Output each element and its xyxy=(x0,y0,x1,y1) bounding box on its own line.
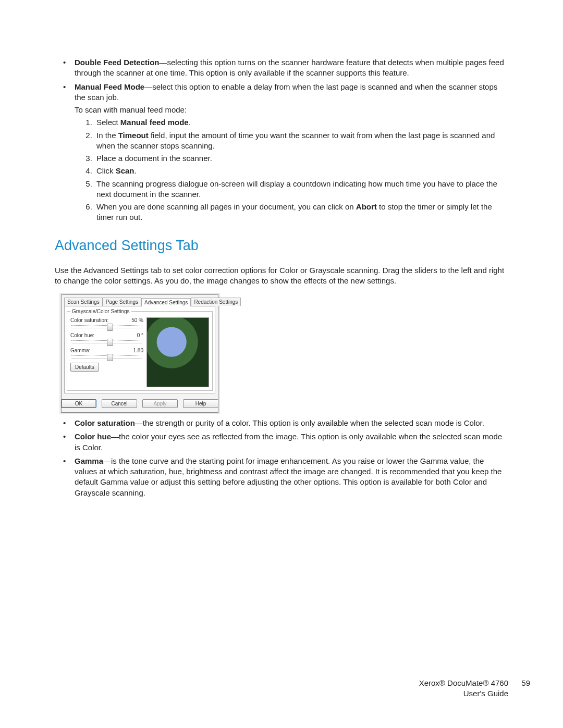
ok-button[interactable]: OK xyxy=(61,399,96,408)
tab-page-settings[interactable]: Page Settings xyxy=(103,298,141,306)
tab-redaction-settings[interactable]: Redaction Settings xyxy=(191,298,241,306)
bullet-hue: Color hue—the color your eyes see as ref… xyxy=(55,431,508,453)
gamma-slider[interactable] xyxy=(71,355,142,359)
saturation-slider[interactable] xyxy=(71,325,142,328)
page-number: 59 xyxy=(521,678,530,688)
label: Color saturation: xyxy=(70,317,108,323)
hue-slider[interactable] xyxy=(71,340,142,343)
tab-strip: Scan Settings Page Settings Advanced Set… xyxy=(62,295,218,306)
footer-line1: Xerox® DocuMate® 4760 xyxy=(419,678,508,688)
term: Double Feed Detection xyxy=(75,58,160,67)
tab-scan-settings[interactable]: Scan Settings xyxy=(64,298,103,306)
cancel-button[interactable]: Cancel xyxy=(102,399,137,408)
bullet-gamma: Gamma—is the tone curve and the starting… xyxy=(55,456,508,498)
term: Manual Feed Mode xyxy=(75,82,144,91)
step-1: Select Manual feed mode. xyxy=(94,117,508,128)
label: Color hue: xyxy=(70,332,94,338)
bullet-list-bottom: Color saturation—the strength or purity … xyxy=(55,418,508,498)
bullet-saturation: Color saturation—the strength or purity … xyxy=(55,418,508,428)
step-6: When you are done scanning all pages in … xyxy=(94,202,508,223)
bullet-list-top: Double Feed Detection—selecting this opt… xyxy=(55,57,508,223)
value: 0 ° xyxy=(137,332,143,338)
slider-saturation: Color saturation:50 % xyxy=(70,317,143,328)
bullet-mfm: Manual Feed Mode—select this option to e… xyxy=(55,82,508,223)
section-heading: Advanced Settings Tab xyxy=(55,238,508,254)
footer-line2: User's Guide xyxy=(419,688,508,699)
lead-paragraph: Use the Advanced Settings tab to set col… xyxy=(55,265,508,287)
group-legend: Grayscale/Color Settings xyxy=(70,309,131,314)
bullet-dfd: Double Feed Detection—selecting this opt… xyxy=(55,57,508,79)
slider-hue: Color hue:0 ° xyxy=(70,332,143,343)
step-5: The scanning progress dialogue on-screen… xyxy=(94,179,508,200)
value: 1.80 xyxy=(133,348,143,353)
grayscale-color-group: Grayscale/Color Settings Color saturatio… xyxy=(67,309,213,391)
apply-button[interactable]: Apply xyxy=(142,399,178,408)
slider-gamma: Gamma:1.80 xyxy=(70,348,143,359)
settings-dialog: Scan Settings Page Settings Advanced Set… xyxy=(61,294,218,413)
label: Gamma: xyxy=(70,348,90,353)
value: 50 % xyxy=(131,317,143,323)
step-3: Place a document in the scanner. xyxy=(94,153,508,164)
document-page: Double Feed Detection—selecting this opt… xyxy=(0,0,563,728)
step-2: In the Timeout field, input the amount o… xyxy=(94,130,508,152)
dialog-buttons: OK Cancel Apply Help xyxy=(62,396,218,412)
tab-advanced-settings[interactable]: Advanced Settings xyxy=(141,298,191,306)
page-footer: Xerox® DocuMate® 4760 User's Guide 59 xyxy=(419,678,508,699)
help-button[interactable]: Help xyxy=(183,399,218,408)
mfm-sub: To scan with manual feed mode: xyxy=(75,105,508,115)
sliders-col: Color saturation:50 % Color hue:0 ° Gamm… xyxy=(70,317,143,387)
tab-body: Grayscale/Color Settings Color saturatio… xyxy=(64,306,215,393)
preview-image xyxy=(146,317,209,387)
defaults-button[interactable]: Defaults xyxy=(70,363,99,372)
mfm-steps: Select Manual feed mode. In the Timeout … xyxy=(75,117,508,223)
step-4: Click Scan. xyxy=(94,166,508,176)
